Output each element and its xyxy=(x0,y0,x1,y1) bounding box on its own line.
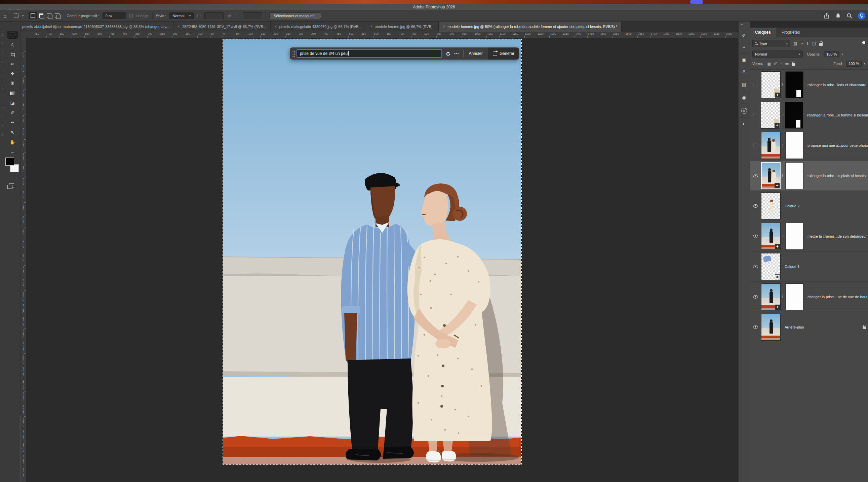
lock-transparency-icon[interactable]: ▦ xyxy=(768,62,771,66)
document-tab[interactable]: ×pexels-maksgelatin-4380970.jpg @ 66,7% … xyxy=(271,22,366,32)
layer-mask-thumbnail[interactable] xyxy=(785,72,803,98)
document-tab[interactable]: ×25E245SH080-1691-3EV_17.avif @ 66,7% (R… xyxy=(174,22,270,32)
layer-name[interactable]: rallonger la robe ...s pieds si besoin xyxy=(807,174,866,178)
fill-chevron-icon[interactable]: ▾ xyxy=(864,62,865,65)
layer-row[interactable]: ∞mettre la chemis...de son débardeur xyxy=(750,221,868,251)
style-select[interactable]: Normal▾ xyxy=(169,12,194,19)
notes-panel-icon[interactable]: ▤ xyxy=(738,79,750,90)
layer-thumbnail[interactable] xyxy=(761,223,781,250)
layer-mask-thumbnail[interactable] xyxy=(785,162,803,189)
toolbar-scrollbar[interactable] xyxy=(20,416,21,482)
layer-thumbnail[interactable] xyxy=(761,193,781,220)
tab-close-icon[interactable]: × xyxy=(443,24,445,29)
path-select-tool[interactable]: ↖ xyxy=(7,129,18,136)
healing-brush-tool[interactable]: ✚ xyxy=(7,70,18,78)
gradient-tool[interactable] xyxy=(7,89,18,97)
crop-tool[interactable] xyxy=(7,51,18,58)
clone-stamp-tool[interactable]: ♜ xyxy=(7,80,18,87)
document-tab[interactable]: ×modele femme.jpg @ 66,7% (RVB... xyxy=(366,22,439,32)
layer-mask-link-icon[interactable]: ∞ xyxy=(780,113,785,117)
layer-name[interactable]: Calque 2 xyxy=(785,204,799,208)
layer-thumbnail[interactable]: ▣ xyxy=(761,253,781,280)
layer-name[interactable]: Calque 1 xyxy=(785,264,799,268)
notifications-bell-icon[interactable] xyxy=(835,13,841,19)
layer-name[interactable]: rallonger la robe ...e femme si besoin xyxy=(807,113,868,117)
eye-icon[interactable] xyxy=(753,204,758,208)
opacity-value[interactable]: 100 % xyxy=(824,51,839,57)
visibility-cell[interactable] xyxy=(750,204,761,208)
select-and-mask-button[interactable]: Sélectionner et masquer... xyxy=(269,12,321,19)
layer-row[interactable]: ∞rallonger la robe ...e femme si besoin xyxy=(750,100,868,130)
filter-adjustment-layers-icon[interactable]: ◑ xyxy=(800,41,803,46)
layer-thumbnail[interactable] xyxy=(761,314,781,341)
layer-thumbnail[interactable] xyxy=(761,283,781,310)
layer-thumbnail[interactable] xyxy=(761,72,781,98)
layer-name[interactable]: rallonger la robe...ieds et chaussure xyxy=(807,83,866,87)
layer-mask-thumbnail[interactable] xyxy=(785,102,803,129)
layer-row[interactable]: ▣Calque 1 xyxy=(750,251,868,282)
panel-tab-calques[interactable]: Calques xyxy=(750,28,776,37)
tool-preset-chevron-icon[interactable]: ▾ xyxy=(22,14,24,18)
layer-mask-link-icon[interactable]: ∞ xyxy=(781,174,785,177)
lock-all-icon[interactable] xyxy=(792,62,795,66)
eraser-tool[interactable]: ◪ xyxy=(7,99,18,107)
layer-mask-link-icon[interactable]: ∞ xyxy=(781,234,785,238)
eye-icon[interactable] xyxy=(753,174,758,177)
eye-icon[interactable] xyxy=(753,295,758,299)
tab-close-icon[interactable]: × xyxy=(370,24,372,29)
selection-mode-intersect-button[interactable] xyxy=(55,13,60,18)
layer-thumbnail[interactable] xyxy=(761,162,781,189)
canvas-viewport[interactable] xyxy=(26,38,738,482)
layer-name[interactable]: mettre la chemis...de son débardeur xyxy=(807,234,867,238)
rectangular-marquee-tool[interactable] xyxy=(7,31,18,38)
layer-thumbnail[interactable] xyxy=(761,132,781,159)
visibility-cell[interactable] xyxy=(750,325,761,329)
eye-icon[interactable] xyxy=(753,325,758,329)
visibility-cell[interactable] xyxy=(750,235,761,238)
visibility-cell[interactable] xyxy=(750,265,761,268)
layer-mask-thumbnail[interactable] xyxy=(785,283,803,310)
dock-collapse-icon[interactable]: « xyxy=(741,22,743,26)
discover-lightbulb-icon[interactable] xyxy=(858,12,865,20)
layer-row[interactable]: ∞propose moi une a...pour cette photo xyxy=(750,130,868,161)
tab-close-icon[interactable]: × xyxy=(275,24,277,29)
tab-close-icon[interactable]: × xyxy=(178,24,180,29)
layer-name[interactable]: Arrière-plan xyxy=(785,325,804,329)
home-icon[interactable]: ⌂ xyxy=(3,13,7,19)
eye-off-icon[interactable] xyxy=(753,113,757,117)
cancel-button[interactable]: Annuler xyxy=(464,48,488,60)
camera-raw-panel-icon[interactable]: cr xyxy=(738,105,750,116)
filter-pixel-layers-icon[interactable]: ▨ xyxy=(794,41,797,46)
ruler-origin-corner[interactable] xyxy=(21,32,26,38)
layer-mask-link-icon[interactable]: ∞ xyxy=(781,143,785,147)
eye-off-icon[interactable] xyxy=(753,143,757,147)
filter-shape-layers-icon[interactable]: ▢ xyxy=(812,41,816,46)
layer-mask-thumbnail[interactable] xyxy=(785,223,803,250)
lock-position-icon[interactable]: + xyxy=(780,62,782,66)
lock-artboard-icon[interactable]: ▭ xyxy=(785,62,789,66)
selection-mode-add-button[interactable] xyxy=(39,13,43,18)
filter-locked-layers-icon[interactable] xyxy=(819,41,823,46)
document-tab[interactable]: ×modele-homme.jpg @ 50% (rallonger la ro… xyxy=(439,22,622,32)
visibility-cell[interactable] xyxy=(750,174,761,177)
quick-mask-icon[interactable] xyxy=(7,183,14,189)
tool-presets-panel-icon[interactable]: ≡ xyxy=(738,41,750,53)
foreground-color-swatch[interactable] xyxy=(5,158,14,166)
layer-filter-toggle[interactable] xyxy=(862,41,865,44)
fill-value[interactable]: 100 % xyxy=(846,61,862,67)
generate-button[interactable]: Générer xyxy=(488,48,519,60)
layer-row[interactable]: Calque 2 xyxy=(750,191,868,221)
color-mixer-panel-icon[interactable]: ◉ xyxy=(738,92,750,103)
document-canvas[interactable] xyxy=(222,39,522,465)
layer-name[interactable]: changer la prise ...se de vue de haut xyxy=(807,295,867,299)
blend-mode-select[interactable]: Normal▾ xyxy=(752,51,803,58)
brush-settings-panel-icon[interactable]: ✐ xyxy=(738,30,750,41)
eye-icon[interactable] xyxy=(753,235,758,238)
selection-mode-subtract-button[interactable] xyxy=(47,13,52,18)
layer-thumbnail[interactable] xyxy=(761,102,780,129)
lock-paint-icon[interactable]: ✐ xyxy=(774,62,777,66)
layer-row[interactable]: ∞rallonger la robe ...s pieds si besoin xyxy=(750,161,868,191)
selection-mode-new-button[interactable] xyxy=(31,13,35,18)
share-icon[interactable] xyxy=(824,13,830,19)
panel-tab-propriétés[interactable]: Propriétés xyxy=(776,28,805,37)
